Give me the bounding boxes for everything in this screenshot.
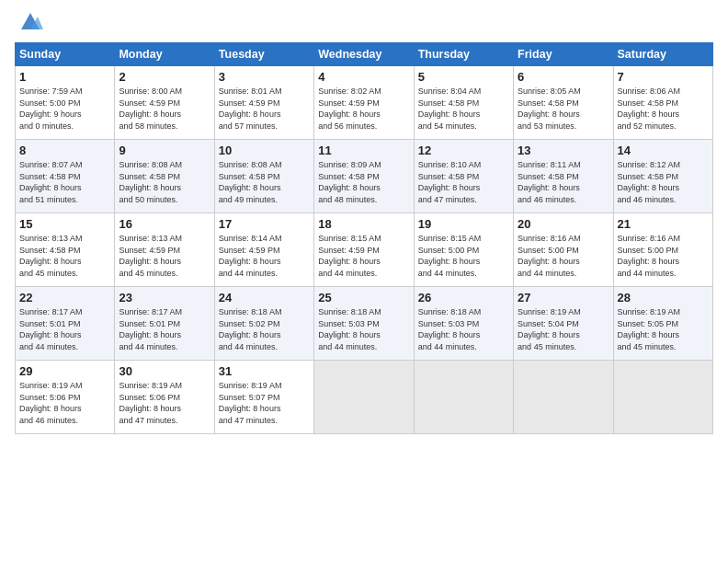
day-number: 9 <box>119 144 210 157</box>
day-info: Sunrise: 8:13 AMSunset: 4:59 PMDaylight:… <box>119 233 210 279</box>
calendar-cell: 27Sunrise: 8:19 AMSunset: 5:04 PMDayligh… <box>514 287 613 361</box>
calendar-cell: 10Sunrise: 8:08 AMSunset: 4:58 PMDayligh… <box>214 140 313 213</box>
day-number: 14 <box>618 144 709 157</box>
day-info: Sunrise: 8:17 AMSunset: 5:01 PMDaylight:… <box>119 306 210 352</box>
calendar-cell: 18Sunrise: 8:15 AMSunset: 4:59 PMDayligh… <box>314 213 414 287</box>
day-number: 27 <box>518 291 609 304</box>
calendar-cell: 21Sunrise: 8:16 AMSunset: 5:00 PMDayligh… <box>613 213 712 287</box>
calendar-cell: 19Sunrise: 8:15 AMSunset: 5:00 PMDayligh… <box>414 213 513 287</box>
day-info: Sunrise: 8:17 AMSunset: 5:01 PMDaylight:… <box>19 306 110 352</box>
day-info: Sunrise: 8:10 AMSunset: 4:58 PMDaylight:… <box>418 159 509 205</box>
day-info: Sunrise: 8:19 AMSunset: 5:05 PMDaylight:… <box>618 306 709 352</box>
day-info: Sunrise: 8:09 AMSunset: 4:58 PMDaylight:… <box>318 159 409 205</box>
header-cell-tuesday: Tuesday <box>214 43 313 66</box>
day-info: Sunrise: 8:08 AMSunset: 4:58 PMDaylight:… <box>219 159 310 205</box>
calendar-cell: 6Sunrise: 8:05 AMSunset: 4:58 PMDaylight… <box>514 66 613 140</box>
day-number: 10 <box>219 144 310 157</box>
calendar-cell: 5Sunrise: 8:04 AMSunset: 4:58 PMDaylight… <box>414 66 513 140</box>
day-info: Sunrise: 8:06 AMSunset: 4:58 PMDaylight:… <box>618 86 709 132</box>
day-info: Sunrise: 8:18 AMSunset: 5:03 PMDaylight:… <box>318 306 409 352</box>
calendar-cell: 16Sunrise: 8:13 AMSunset: 4:59 PMDayligh… <box>115 213 214 287</box>
day-info: Sunrise: 7:59 AMSunset: 5:00 PMDaylight:… <box>19 86 110 132</box>
day-info: Sunrise: 8:13 AMSunset: 4:58 PMDaylight:… <box>19 233 110 279</box>
day-number: 5 <box>418 70 509 84</box>
day-number: 16 <box>119 217 210 231</box>
calendar-cell: 1Sunrise: 7:59 AMSunset: 5:00 PMDaylight… <box>16 66 115 140</box>
calendar-week-row: 22Sunrise: 8:17 AMSunset: 5:01 PMDayligh… <box>16 287 713 361</box>
day-number: 15 <box>19 217 110 231</box>
day-info: Sunrise: 8:16 AMSunset: 5:00 PMDaylight:… <box>518 233 609 279</box>
calendar-cell <box>414 361 513 434</box>
header-cell-saturday: Saturday <box>613 43 712 66</box>
day-number: 25 <box>318 291 409 304</box>
main-container: SundayMondayTuesdayWednesdayThursdayFrid… <box>0 0 728 443</box>
day-info: Sunrise: 8:18 AMSunset: 5:03 PMDaylight:… <box>418 306 509 352</box>
day-info: Sunrise: 8:00 AMSunset: 4:59 PMDaylight:… <box>119 86 210 132</box>
day-info: Sunrise: 8:15 AMSunset: 5:00 PMDaylight:… <box>418 233 509 279</box>
day-number: 29 <box>19 364 110 378</box>
day-info: Sunrise: 8:15 AMSunset: 4:59 PMDaylight:… <box>318 233 409 279</box>
header-cell-thursday: Thursday <box>414 43 513 66</box>
calendar-cell: 2Sunrise: 8:00 AMSunset: 4:59 PMDaylight… <box>115 66 214 140</box>
day-info: Sunrise: 8:16 AMSunset: 5:00 PMDaylight:… <box>618 233 709 279</box>
calendar-cell: 24Sunrise: 8:18 AMSunset: 5:02 PMDayligh… <box>214 287 313 361</box>
calendar-cell: 9Sunrise: 8:08 AMSunset: 4:58 PMDaylight… <box>115 140 214 213</box>
header <box>15 9 713 35</box>
day-number: 21 <box>618 217 709 231</box>
day-number: 1 <box>19 70 110 84</box>
calendar-cell: 13Sunrise: 8:11 AMSunset: 4:58 PMDayligh… <box>514 140 613 213</box>
calendar-cell: 3Sunrise: 8:01 AMSunset: 4:59 PMDaylight… <box>214 66 313 140</box>
calendar-cell <box>613 361 712 434</box>
day-info: Sunrise: 8:11 AMSunset: 4:58 PMDaylight:… <box>518 159 609 205</box>
day-info: Sunrise: 8:19 AMSunset: 5:07 PMDaylight:… <box>219 380 310 426</box>
day-number: 2 <box>119 70 210 84</box>
day-number: 17 <box>219 217 310 231</box>
day-number: 6 <box>518 70 609 84</box>
day-number: 11 <box>318 144 409 157</box>
calendar-cell: 30Sunrise: 8:19 AMSunset: 5:06 PMDayligh… <box>115 361 214 434</box>
header-cell-sunday: Sunday <box>16 43 115 66</box>
day-number: 24 <box>219 291 310 304</box>
day-number: 7 <box>618 70 709 84</box>
calendar-table: SundayMondayTuesdayWednesdayThursdayFrid… <box>15 42 713 434</box>
calendar-cell: 7Sunrise: 8:06 AMSunset: 4:58 PMDaylight… <box>613 66 712 140</box>
calendar-cell: 22Sunrise: 8:17 AMSunset: 5:01 PMDayligh… <box>16 287 115 361</box>
day-info: Sunrise: 8:19 AMSunset: 5:04 PMDaylight:… <box>518 306 609 352</box>
calendar-cell <box>514 361 613 434</box>
calendar-cell: 29Sunrise: 8:19 AMSunset: 5:06 PMDayligh… <box>16 361 115 434</box>
calendar-week-row: 1Sunrise: 7:59 AMSunset: 5:00 PMDaylight… <box>16 66 713 140</box>
calendar-cell: 8Sunrise: 8:07 AMSunset: 4:58 PMDaylight… <box>16 140 115 213</box>
calendar-cell: 31Sunrise: 8:19 AMSunset: 5:07 PMDayligh… <box>214 361 313 434</box>
day-info: Sunrise: 8:12 AMSunset: 4:58 PMDaylight:… <box>618 159 709 205</box>
calendar-week-row: 15Sunrise: 8:13 AMSunset: 4:58 PMDayligh… <box>16 213 713 287</box>
calendar-cell: 4Sunrise: 8:02 AMSunset: 4:59 PMDaylight… <box>314 66 414 140</box>
calendar-cell <box>314 361 414 434</box>
header-cell-monday: Monday <box>115 43 214 66</box>
calendar-cell: 15Sunrise: 8:13 AMSunset: 4:58 PMDayligh… <box>16 213 115 287</box>
day-info: Sunrise: 8:19 AMSunset: 5:06 PMDaylight:… <box>119 380 210 426</box>
day-number: 30 <box>119 364 210 378</box>
header-cell-wednesday: Wednesday <box>314 43 414 66</box>
calendar-week-row: 29Sunrise: 8:19 AMSunset: 5:06 PMDayligh… <box>16 361 713 434</box>
day-number: 18 <box>318 217 409 231</box>
header-cell-friday: Friday <box>514 43 613 66</box>
calendar-cell: 11Sunrise: 8:09 AMSunset: 4:58 PMDayligh… <box>314 140 414 213</box>
day-info: Sunrise: 8:07 AMSunset: 4:58 PMDaylight:… <box>19 159 110 205</box>
calendar-header-row: SundayMondayTuesdayWednesdayThursdayFrid… <box>16 43 713 66</box>
day-number: 8 <box>19 144 110 157</box>
calendar-cell: 17Sunrise: 8:14 AMSunset: 4:59 PMDayligh… <box>214 213 313 287</box>
day-number: 28 <box>618 291 709 304</box>
day-info: Sunrise: 8:18 AMSunset: 5:02 PMDaylight:… <box>219 306 310 352</box>
day-number: 19 <box>418 217 509 231</box>
calendar-cell: 26Sunrise: 8:18 AMSunset: 5:03 PMDayligh… <box>414 287 513 361</box>
day-number: 31 <box>219 364 310 378</box>
calendar-cell: 12Sunrise: 8:10 AMSunset: 4:58 PMDayligh… <box>414 140 513 213</box>
calendar-cell: 14Sunrise: 8:12 AMSunset: 4:58 PMDayligh… <box>613 140 712 213</box>
day-info: Sunrise: 8:14 AMSunset: 4:59 PMDaylight:… <box>219 233 310 279</box>
day-info: Sunrise: 8:01 AMSunset: 4:59 PMDaylight:… <box>219 86 310 132</box>
calendar-cell: 25Sunrise: 8:18 AMSunset: 5:03 PMDayligh… <box>314 287 414 361</box>
day-info: Sunrise: 8:19 AMSunset: 5:06 PMDaylight:… <box>19 380 110 426</box>
day-info: Sunrise: 8:04 AMSunset: 4:58 PMDaylight:… <box>418 86 509 132</box>
day-number: 4 <box>318 70 409 84</box>
day-number: 20 <box>518 217 609 231</box>
